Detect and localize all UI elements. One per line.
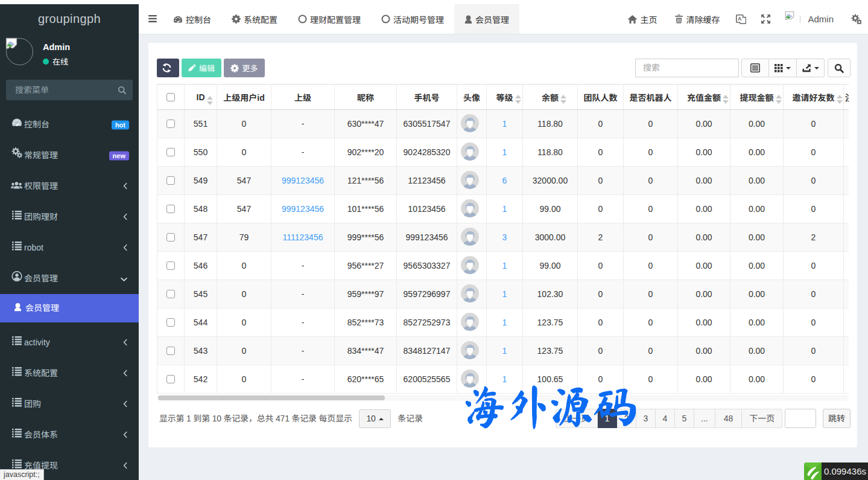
svg-text:A: A — [738, 16, 742, 22]
